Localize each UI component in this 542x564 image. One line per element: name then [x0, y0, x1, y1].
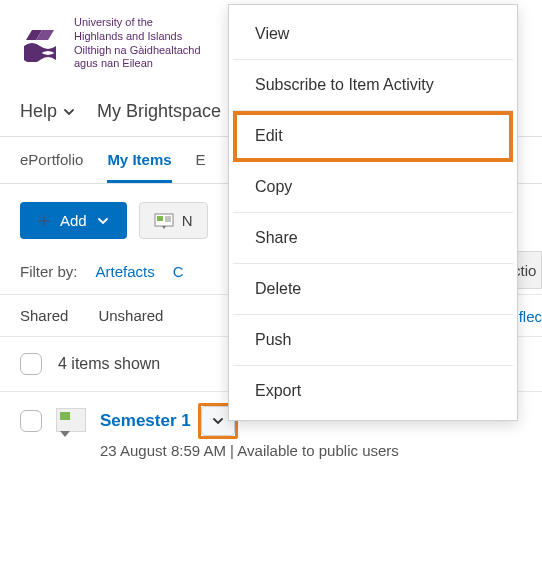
chevron-down-icon: [63, 106, 75, 118]
tab-eportfolio[interactable]: ePortfolio: [20, 137, 83, 183]
presentation-button-label: N: [182, 212, 193, 229]
item-actions-menu-scroll[interactable]: View Subscribe to Item Activity Edit Cop…: [233, 9, 513, 416]
tab-fragment-e[interactable]: E: [196, 137, 206, 183]
svg-marker-7: [162, 226, 166, 229]
brand-line-2: Highlands and Islands: [74, 30, 201, 44]
menu-subscribe[interactable]: Subscribe to Item Activity: [233, 60, 513, 111]
chevron-down-icon: [211, 414, 225, 428]
add-button[interactable]: Add: [20, 202, 127, 239]
nav-help[interactable]: Help: [20, 101, 75, 122]
items-count-text: 4 items shown: [58, 355, 160, 373]
chevron-down-icon: [97, 215, 109, 227]
item-title-link[interactable]: Semester 1: [100, 411, 191, 431]
presentation-icon: [56, 408, 86, 432]
menu-delete[interactable]: Delete: [233, 264, 513, 315]
unshared-filter[interactable]: Unshared: [98, 307, 163, 324]
filter-fragment-c[interactable]: C: [173, 263, 184, 280]
add-button-label: Add: [60, 212, 87, 229]
shared-filter[interactable]: Shared: [20, 307, 68, 324]
tab-my-items[interactable]: My Items: [107, 137, 171, 183]
menu-export[interactable]: Export: [233, 366, 513, 416]
brand-line-1: University of the: [74, 16, 201, 30]
brand-text: University of the Highlands and Islands …: [74, 16, 201, 71]
menu-edit[interactable]: Edit: [233, 111, 513, 162]
filter-artefacts[interactable]: Artefacts: [96, 263, 155, 280]
menu-push[interactable]: Push: [233, 315, 513, 366]
item-checkbox[interactable]: [20, 410, 42, 432]
nav-brightspace-label: My Brightspace: [97, 101, 221, 122]
nav-brightspace[interactable]: My Brightspace: [97, 101, 221, 122]
menu-copy[interactable]: Copy: [233, 162, 513, 213]
presentation-icon: [154, 213, 174, 229]
uhi-logo-icon: [20, 26, 64, 62]
menu-share[interactable]: Share: [233, 213, 513, 264]
item-actions-menu: View Subscribe to Item Activity Edit Cop…: [228, 4, 518, 421]
menu-view[interactable]: View: [233, 9, 513, 60]
item-meta: 23 August 8:59 AM | Available to public …: [100, 442, 522, 459]
filter-label: Filter by:: [20, 263, 78, 280]
select-all-checkbox[interactable]: [20, 353, 42, 375]
plus-icon: [38, 215, 50, 227]
filter-fragment-right[interactable]: flec: [519, 308, 542, 325]
svg-rect-3: [157, 216, 163, 221]
nav-help-label: Help: [20, 101, 57, 122]
brand-line-4: agus nan Eilean: [74, 57, 201, 71]
presentation-button[interactable]: N: [139, 202, 208, 239]
brand-line-3: Oilthigh na Gàidhealtachd: [74, 44, 201, 58]
